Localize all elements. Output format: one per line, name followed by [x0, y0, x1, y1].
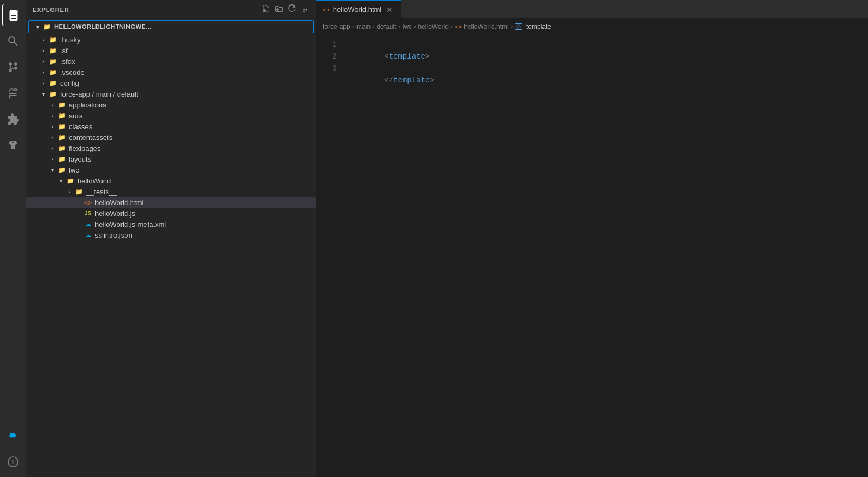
- breadcrumb-force-app[interactable]: force-app: [323, 23, 350, 30]
- tree-item-helloworld-folder[interactable]: 📁 helloWorld: [26, 175, 316, 186]
- root-folder-icon: 📁: [43, 22, 52, 31]
- sf-chevron: [39, 46, 48, 55]
- layouts-folder-icon: 📁: [58, 155, 66, 163]
- breadcrumb-force-app-label: force-app: [323, 23, 350, 30]
- new-file-icon[interactable]: [261, 4, 270, 15]
- search-icon[interactable]: [2, 30, 24, 52]
- tree-item-tests[interactable]: 📁 __tests__: [26, 186, 316, 197]
- tests-folder-icon: 📁: [75, 187, 84, 196]
- breadcrumb-template-label: template: [526, 23, 551, 30]
- aura-folder-icon: 📁: [58, 111, 66, 120]
- extensions-icon[interactable]: [2, 109, 24, 130]
- breadcrumb-main[interactable]: main: [356, 23, 371, 30]
- tree-item-classes[interactable]: 📁 classes: [26, 121, 316, 132]
- breadcrumb-helloworld-label: helloWorld: [418, 23, 448, 30]
- vscode-chevron: [39, 68, 48, 77]
- run-debug-icon[interactable]: [2, 82, 24, 104]
- helloworld-meta-xml-icon: ☁: [84, 220, 92, 228]
- helloworld-meta-xml-label: helloWorld.js-meta.xml: [95, 220, 311, 228]
- breadcrumb-lwc[interactable]: lwc: [403, 23, 412, 30]
- tree-item-sfdx[interactable]: 📁 .sfdx: [26, 56, 316, 67]
- helloworld-html-icon: <>: [84, 198, 92, 207]
- tree-item-config[interactable]: 📁 config: [26, 78, 316, 88]
- tree-item-applications[interactable]: 📁 applications: [26, 99, 316, 110]
- collapse-all-icon[interactable]: [301, 4, 309, 15]
- helloworld-folder-chevron: [56, 176, 65, 185]
- contentassets-folder-icon: 📁: [58, 133, 66, 142]
- code-editor[interactable]: 1 2 3 <template> </template>: [316, 34, 868, 477]
- sf-folder-icon: 📁: [49, 46, 58, 55]
- close-bracket-1: >: [425, 52, 430, 61]
- line-num-2: 2: [321, 50, 337, 62]
- open-bracket-1: <: [384, 52, 388, 61]
- source-control-icon[interactable]: [2, 56, 24, 78]
- tab-close-button[interactable]: ✕: [385, 5, 394, 15]
- breadcrumb-template[interactable]: ⬡ template: [515, 23, 551, 30]
- helloworld-html-label: helloWorld.html: [95, 199, 311, 207]
- config-folder-icon: 📁: [49, 79, 58, 87]
- tree-item-aura[interactable]: 📁 aura: [26, 110, 316, 121]
- breadcrumb-lwc-label: lwc: [403, 23, 412, 30]
- tree-item-vscode[interactable]: 📁 .vscode: [26, 67, 316, 78]
- sidebar-header: EXPLORER: [26, 0, 316, 19]
- config-label: config: [60, 79, 311, 87]
- breadcrumb-default[interactable]: default: [376, 23, 396, 30]
- flexipages-label: flexipages: [69, 144, 311, 152]
- root-folder[interactable]: 📁 HELLOWORLDLIGHTNINGWE...: [28, 20, 314, 33]
- tree-item-helloworld-meta-xml[interactable]: ☁ helloWorld.js-meta.xml: [26, 219, 316, 230]
- accounts-icon[interactable]: !: [2, 451, 24, 473]
- tree-item-lwc[interactable]: 📁 lwc: [26, 164, 316, 175]
- breadcrumb-main-label: main: [356, 23, 371, 30]
- lwc-label: lwc: [69, 166, 311, 174]
- aura-chevron: [48, 111, 56, 120]
- new-folder-icon[interactable]: [275, 4, 283, 15]
- root-folder-label: HELLOWORLDLIGHTNINGWE...: [54, 23, 309, 30]
- helloworld-folder-label: helloWorld: [78, 177, 311, 185]
- root-chevron: [33, 22, 42, 31]
- tree-item-sf[interactable]: 📁 .sf: [26, 45, 316, 56]
- aura-label: aura: [69, 112, 311, 120]
- folder-tree: 📁 HELLOWORLDLIGHTNINGWE... 📁 .husky 📁 .s…: [26, 19, 316, 477]
- activity-bar: !: [0, 0, 26, 477]
- tree-item-helloworld-html[interactable]: <> helloWorld.html: [26, 197, 316, 208]
- husky-label: .husky: [60, 36, 311, 44]
- template-open-tag: template: [389, 52, 425, 61]
- layouts-label: layouts: [69, 155, 311, 163]
- svg-marker-5: [12, 92, 14, 94]
- lwc-chevron: [48, 166, 56, 174]
- contentassets-label: contentassets: [69, 133, 311, 142]
- tab-helloworld-html[interactable]: <> helloWorld.html ✕: [316, 0, 401, 18]
- applications-folder-icon: 📁: [58, 100, 66, 109]
- tree-item-layouts[interactable]: 📁 layouts: [26, 154, 316, 164]
- svg-point-6: [10, 433, 16, 437]
- husky-chevron: [39, 35, 48, 44]
- tree-item-flexipages[interactable]: 📁 flexipages: [26, 143, 316, 154]
- tree-item-husky[interactable]: 📁 .husky: [26, 34, 316, 45]
- classes-folder-icon: 📁: [58, 122, 66, 131]
- tests-chevron: [65, 187, 74, 196]
- test-icon[interactable]: [2, 135, 24, 156]
- code-line-3: </template>: [348, 62, 868, 74]
- sfdx-label: .sfdx: [60, 58, 311, 66]
- classes-chevron: [48, 122, 56, 131]
- activity-bar-bottom: !: [2, 425, 24, 473]
- refresh-icon[interactable]: [288, 4, 296, 15]
- breadcrumb-helloworld-html-label: helloWorld.html: [464, 23, 508, 30]
- breadcrumb-helloworld-html[interactable]: <> helloWorld.html: [455, 23, 508, 30]
- layouts-chevron: [48, 155, 56, 163]
- tree-item-sslintro-json[interactable]: ☁ sslintro.json: [26, 230, 316, 240]
- code-content[interactable]: <template> </template>: [343, 34, 868, 477]
- tree-item-force-app[interactable]: 📁 force-app / main / default: [26, 88, 316, 99]
- explorer-icon[interactable]: [2, 4, 24, 26]
- salesforce-icon[interactable]: [2, 425, 24, 447]
- editor-area: <> helloWorld.html ✕ force-app › main › …: [316, 0, 868, 477]
- tree-item-helloworld-js[interactable]: JS helloWorld.js: [26, 208, 316, 219]
- tree-item-contentassets[interactable]: 📁 contentassets: [26, 132, 316, 143]
- close-bracket-3: >: [430, 76, 434, 85]
- line-num-1: 1: [321, 39, 337, 50]
- template-close-tag: template: [393, 76, 430, 85]
- code-line-1: <template>: [348, 39, 868, 50]
- breadcrumb-helloworld[interactable]: helloWorld: [418, 23, 448, 30]
- helloworld-folder-icon: 📁: [66, 176, 75, 185]
- force-app-label: force-app / main / default: [60, 90, 311, 98]
